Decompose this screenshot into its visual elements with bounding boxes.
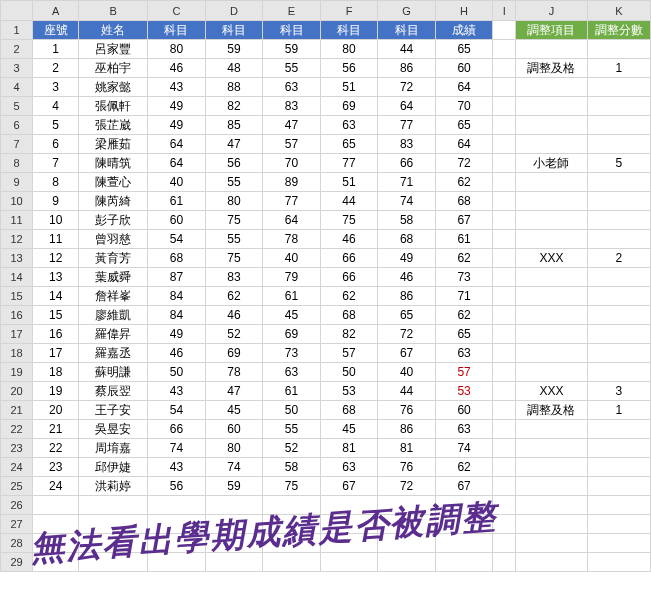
hdr-sub5[interactable]: 科目	[378, 21, 436, 40]
hdr-sub3[interactable]: 科目	[263, 21, 321, 40]
cell-i[interactable]	[493, 249, 516, 268]
cell-j[interactable]	[516, 40, 587, 59]
col-C[interactable]: C	[148, 1, 206, 21]
cell-g[interactable]: 49	[378, 249, 436, 268]
cell-d[interactable]: 69	[205, 344, 263, 363]
cell-f[interactable]: 45	[320, 420, 378, 439]
cell-name[interactable]: 姚家懿	[79, 78, 148, 97]
cell-seat[interactable]: 13	[33, 268, 79, 287]
cell-empty[interactable]	[378, 496, 436, 515]
cell-h[interactable]: 64	[435, 78, 493, 97]
cell-k[interactable]	[587, 173, 650, 192]
cell-i[interactable]	[493, 325, 516, 344]
cell-j[interactable]	[516, 97, 587, 116]
cell-j[interactable]: 調整及格	[516, 401, 587, 420]
row-18[interactable]: 18	[1, 344, 33, 363]
cell-empty[interactable]	[435, 553, 493, 572]
cell-c[interactable]: 66	[148, 420, 206, 439]
col-A[interactable]: A	[33, 1, 79, 21]
row-23[interactable]: 23	[1, 439, 33, 458]
cell-j[interactable]	[516, 439, 587, 458]
row-15[interactable]: 15	[1, 287, 33, 306]
cell-empty[interactable]	[79, 496, 148, 515]
cell-seat[interactable]: 20	[33, 401, 79, 420]
cell-j[interactable]	[516, 420, 587, 439]
cell-e[interactable]: 50	[263, 401, 321, 420]
cell-k[interactable]	[587, 116, 650, 135]
cell-empty[interactable]	[33, 496, 79, 515]
cell-g[interactable]: 44	[378, 40, 436, 59]
cell-g[interactable]: 74	[378, 192, 436, 211]
cell-empty[interactable]	[263, 534, 321, 553]
cell-k[interactable]	[587, 97, 650, 116]
cell-name[interactable]: 吳昱安	[79, 420, 148, 439]
cell-f[interactable]: 44	[320, 192, 378, 211]
row-9[interactable]: 9	[1, 173, 33, 192]
cell-seat[interactable]: 18	[33, 363, 79, 382]
cell-name[interactable]: 陳晴筑	[79, 154, 148, 173]
cell-j[interactable]	[516, 458, 587, 477]
cell-k[interactable]	[587, 306, 650, 325]
cell-f[interactable]: 67	[320, 477, 378, 496]
cell-k[interactable]: 3	[587, 382, 650, 401]
cell-empty[interactable]	[79, 515, 148, 534]
cell-c[interactable]: 80	[148, 40, 206, 59]
cell-d[interactable]: 47	[205, 382, 263, 401]
cell-j[interactable]	[516, 78, 587, 97]
cell-c[interactable]: 54	[148, 401, 206, 420]
cell-c[interactable]: 64	[148, 154, 206, 173]
row-5[interactable]: 5	[1, 97, 33, 116]
cell-name[interactable]: 葉威舜	[79, 268, 148, 287]
cell-c[interactable]: 43	[148, 78, 206, 97]
cell-d[interactable]: 88	[205, 78, 263, 97]
cell-k[interactable]	[587, 287, 650, 306]
cell-empty[interactable]	[263, 553, 321, 572]
cell-empty[interactable]	[378, 534, 436, 553]
cell-d[interactable]: 46	[205, 306, 263, 325]
cell-empty[interactable]	[205, 534, 263, 553]
cell-k[interactable]	[587, 78, 650, 97]
cell-f[interactable]: 46	[320, 230, 378, 249]
cell-j[interactable]	[516, 211, 587, 230]
row-1[interactable]: 1	[1, 21, 33, 40]
cell-g[interactable]: 83	[378, 135, 436, 154]
row-21[interactable]: 21	[1, 401, 33, 420]
cell-c[interactable]: 40	[148, 173, 206, 192]
col-J[interactable]: J	[516, 1, 587, 21]
cell-j[interactable]	[516, 325, 587, 344]
cell-d[interactable]: 80	[205, 192, 263, 211]
cell-k[interactable]	[587, 458, 650, 477]
cell-e[interactable]: 70	[263, 154, 321, 173]
row-25[interactable]: 25	[1, 477, 33, 496]
cell-k[interactable]	[587, 344, 650, 363]
cell-i[interactable]	[493, 287, 516, 306]
cell-c[interactable]: 64	[148, 135, 206, 154]
cell-i[interactable]	[493, 363, 516, 382]
row-14[interactable]: 14	[1, 268, 33, 287]
cell-empty[interactable]	[148, 534, 206, 553]
row-6[interactable]: 6	[1, 116, 33, 135]
cell-h[interactable]: 62	[435, 458, 493, 477]
cell-i[interactable]	[493, 306, 516, 325]
cell-d[interactable]: 83	[205, 268, 263, 287]
row-27[interactable]: 27	[1, 515, 33, 534]
cell-f[interactable]: 80	[320, 40, 378, 59]
cell-c[interactable]: 84	[148, 287, 206, 306]
cell-c[interactable]: 68	[148, 249, 206, 268]
cell-empty[interactable]	[435, 534, 493, 553]
cell-f[interactable]: 57	[320, 344, 378, 363]
hdr-sub2[interactable]: 科目	[205, 21, 263, 40]
cell-seat[interactable]: 2	[33, 59, 79, 78]
cell-d[interactable]: 52	[205, 325, 263, 344]
cell-empty[interactable]	[263, 496, 321, 515]
cell-name[interactable]: 蘇明謙	[79, 363, 148, 382]
cell-g[interactable]: 71	[378, 173, 436, 192]
cell-f[interactable]: 63	[320, 116, 378, 135]
hdr-adj-score[interactable]: 調整分數	[587, 21, 650, 40]
cell-e[interactable]: 83	[263, 97, 321, 116]
cell-name[interactable]: 黃育芳	[79, 249, 148, 268]
cell-f[interactable]: 68	[320, 306, 378, 325]
cell-d[interactable]: 82	[205, 97, 263, 116]
cell-i[interactable]	[493, 116, 516, 135]
cell-h[interactable]: 53	[435, 382, 493, 401]
